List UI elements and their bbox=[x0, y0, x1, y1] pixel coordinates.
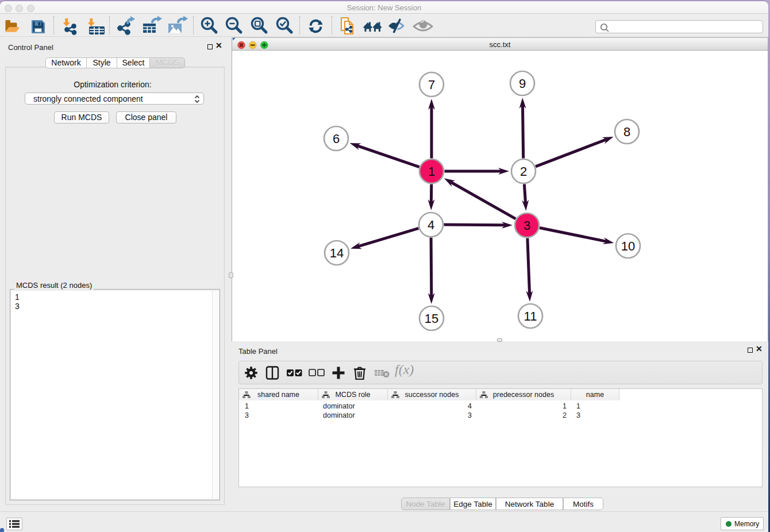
svg-text:1: 1 bbox=[428, 164, 435, 179]
svg-text:14: 14 bbox=[330, 246, 344, 260]
svg-text:8: 8 bbox=[623, 125, 630, 139]
svg-text:6: 6 bbox=[333, 132, 340, 146]
svg-text:3: 3 bbox=[523, 218, 530, 233]
svg-text:4: 4 bbox=[428, 218, 434, 232]
svg-text:2: 2 bbox=[520, 164, 527, 179]
svg-text:15: 15 bbox=[425, 311, 438, 326]
svg-text:11: 11 bbox=[524, 309, 537, 323]
svg-text:7: 7 bbox=[428, 78, 435, 92]
svg-text:10: 10 bbox=[621, 239, 635, 253]
svg-text:9: 9 bbox=[519, 76, 526, 91]
